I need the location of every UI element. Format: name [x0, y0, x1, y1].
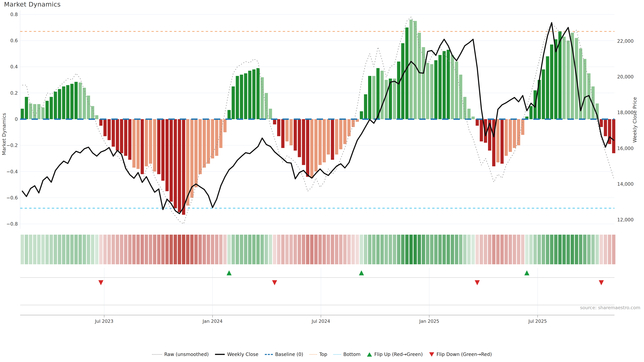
heatmap-cell — [182, 235, 185, 264]
y-left-tick-label: 0 — [15, 116, 18, 122]
flip-up-marker — [226, 270, 232, 275]
osc-bar — [414, 21, 417, 119]
osc-bar — [29, 103, 32, 119]
heatmap-cell — [83, 235, 86, 264]
osc-bar — [546, 56, 549, 119]
osc-bar — [405, 27, 408, 119]
heatmap-cell — [161, 235, 164, 264]
x-tick-label: Jul 2025 — [528, 319, 547, 324]
osc-bar — [331, 119, 334, 160]
heatmap-cell — [232, 235, 235, 264]
heatmap-cell — [604, 235, 607, 264]
heatmap-cell — [33, 235, 36, 264]
heatmap-cell — [290, 235, 293, 264]
heatmap-cell — [517, 235, 520, 264]
heatmap-cell — [99, 235, 103, 264]
heatmap-cell — [376, 235, 380, 264]
heatmap-cell — [534, 235, 537, 264]
heatmap-cell — [434, 235, 438, 264]
heatmap-cell — [215, 235, 218, 264]
osc-bar — [70, 84, 74, 119]
osc-bar — [459, 75, 462, 119]
y-right-tick-label: 16,000 — [617, 146, 634, 151]
close-line-swatch — [215, 354, 225, 355]
left-axis-label: Market Dynamics — [1, 113, 7, 155]
osc-bar — [141, 119, 144, 174]
legend-label-top: Top — [319, 352, 327, 357]
legend-label-raw: Raw (unsmoothed) — [164, 352, 209, 357]
legend-item-flip-down: Flip Down (Green→Red) — [429, 352, 492, 357]
heatmap-cell — [612, 235, 615, 264]
osc-bar — [385, 80, 388, 119]
osc-bar — [442, 51, 446, 119]
heatmap-cell — [600, 235, 603, 264]
osc-bar — [410, 19, 413, 119]
osc-bar — [236, 76, 239, 119]
osc-bar — [269, 109, 272, 119]
osc-bar — [166, 119, 169, 191]
bottom-line-swatch — [334, 354, 341, 355]
osc-bar — [58, 89, 61, 119]
heatmap-cell — [244, 235, 247, 264]
osc-bar — [343, 119, 346, 144]
osc-bar — [438, 55, 442, 119]
osc-bar — [136, 119, 140, 169]
osc-bar — [124, 119, 127, 156]
osc-bar — [376, 68, 380, 119]
heatmap-cell — [273, 235, 276, 264]
heatmap-cell — [165, 235, 169, 264]
osc-bar — [120, 119, 123, 153]
osc-bar — [252, 69, 256, 119]
heatmap-cell — [170, 235, 173, 264]
y-left-tick-label: 0.8 — [10, 12, 18, 17]
osc-bar — [562, 37, 566, 119]
y-left-tick-label: 0.2 — [10, 90, 18, 96]
heatmap-cell — [78, 235, 82, 264]
heatmap-cell — [372, 235, 376, 264]
heatmap-cell — [467, 235, 470, 264]
heatmap-cell — [174, 235, 177, 264]
heatmap-cell — [558, 235, 562, 264]
osc-bar — [260, 77, 264, 119]
heatmap-cell — [410, 235, 413, 264]
heatmap-cell — [492, 235, 496, 264]
osc-bar — [153, 119, 156, 172]
heatmap-cell — [538, 235, 541, 264]
osc-bar — [318, 119, 322, 165]
heatmap-cell — [149, 235, 152, 264]
heatmap-cell — [314, 235, 318, 264]
heatmap-cell — [54, 235, 57, 264]
osc-bar — [380, 71, 384, 119]
y-right-tick-label: 20,000 — [617, 74, 634, 80]
osc-bar — [277, 119, 280, 136]
osc-bar — [99, 119, 102, 126]
osc-bar — [25, 97, 28, 119]
osc-bar — [368, 76, 371, 119]
heatmap-cell — [397, 235, 400, 264]
osc-bar — [104, 119, 107, 136]
osc-bar — [116, 119, 119, 151]
osc-bar — [542, 69, 545, 119]
legend-item-baseline: Baseline (0) — [265, 352, 303, 357]
heatmap-cell — [194, 235, 198, 264]
osc-bar — [219, 119, 222, 148]
osc-bar — [600, 119, 603, 127]
heatmap-cell — [476, 235, 479, 264]
heatmap-cell — [542, 235, 545, 264]
heatmap-cell — [364, 235, 367, 264]
osc-bar — [232, 86, 235, 119]
heatmap-cell — [298, 235, 301, 264]
heatmap-cell — [529, 235, 533, 264]
raw-line-swatch — [152, 354, 162, 355]
osc-bar — [476, 119, 479, 126]
osc-bar — [286, 119, 289, 141]
flip-down-marker — [98, 280, 104, 285]
heatmap-cell — [248, 235, 252, 264]
heatmap-cell — [579, 235, 582, 264]
heatmap-cell — [583, 235, 586, 264]
heatmap-cell — [554, 235, 558, 264]
osc-bar — [397, 61, 400, 119]
heatmap-cell — [591, 235, 595, 264]
heatmap-cell — [414, 235, 417, 264]
heatmap-cell — [132, 235, 136, 264]
